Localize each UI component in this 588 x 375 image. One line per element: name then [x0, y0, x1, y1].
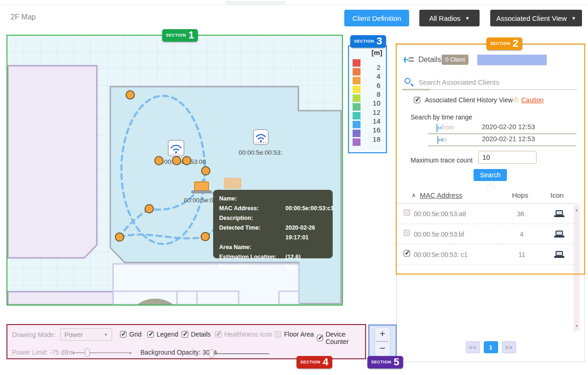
- device-counter-toggle[interactable]: Device Counter: [317, 331, 365, 345]
- ap-icon-1[interactable]: [168, 140, 184, 156]
- zoom-out-button[interactable]: −: [375, 343, 390, 355]
- calendar-icon[interactable]: [437, 136, 438, 144]
- time-range-label: Search by time range: [411, 113, 472, 121]
- table-scrollbar[interactable]: ▲ ▼: [574, 205, 580, 331]
- column-header-icon[interactable]: Icon: [550, 191, 563, 199]
- column-header-mac[interactable]: MAC Address: [420, 191, 462, 199]
- table-row[interactable]: 00:00:5e:00:53:a8 36: [397, 204, 574, 224]
- all-radios-dropdown[interactable]: All Radios ▼: [419, 10, 480, 26]
- to-label: to: [441, 136, 447, 143]
- to-datetime-input[interactable]: 2020-02-21 12:53: [482, 135, 535, 143]
- section-5-badge: SECTION5: [367, 356, 403, 369]
- row-checkbox[interactable]: [404, 250, 410, 256]
- drawing-mode-label: Drawing Mode:: [12, 331, 56, 338]
- legend-ticks: 2 4 6 8 10 12 14 16 18: [367, 63, 380, 144]
- grid-toggle[interactable]: Grid: [120, 331, 141, 338]
- badge-word: SECTION: [300, 360, 321, 364]
- trace-point[interactable]: [172, 156, 181, 165]
- legend-swatch: [353, 94, 360, 102]
- ap-icon-2[interactable]: [253, 130, 268, 144]
- floor-area-checkbox[interactable]: [275, 331, 281, 338]
- laptop-icon: [554, 231, 564, 238]
- table-row[interactable]: 00:00:5e:00:53: c1 11: [397, 244, 574, 265]
- details-toggle[interactable]: Details: [182, 331, 211, 338]
- scroll-up-icon[interactable]: ▲: [574, 208, 580, 212]
- row-checkbox[interactable]: [404, 230, 410, 236]
- legend-tick: 4: [367, 72, 380, 81]
- back-collapse-icon[interactable]: [403, 55, 414, 64]
- caution-link[interactable]: Caution: [521, 96, 544, 104]
- legend-tick: 2: [367, 63, 380, 72]
- search-button[interactable]: Search: [474, 169, 507, 181]
- top-strip-decoration: [226, 1, 286, 5]
- legend-toggle[interactable]: Legend: [147, 331, 178, 338]
- floor-area-label: Floor Area: [284, 331, 314, 338]
- slider-tip-right-icon: ►: [129, 350, 133, 355]
- history-view-checkbox[interactable]: [414, 97, 420, 103]
- from-datetime-input[interactable]: 2020-02-20 12:53: [482, 123, 535, 131]
- search-clients-input[interactable]: Search Associated Clients: [418, 78, 499, 86]
- max-trace-input[interactable]: 10: [478, 151, 537, 164]
- tooltip-label: Estimation Location:: [219, 252, 285, 262]
- trace-point[interactable]: [115, 233, 124, 241]
- zoom-widget: + −: [374, 327, 391, 356]
- tooltip-label: Area Name:: [219, 243, 285, 252]
- row-checkbox[interactable]: [404, 209, 410, 216]
- legend-checkbox[interactable]: [147, 331, 154, 338]
- table-row[interactable]: 00:00:5e:00:53:bf 4: [397, 224, 574, 244]
- laptop-icon: [554, 210, 564, 217]
- grid-checkbox[interactable]: [120, 331, 126, 338]
- floor-area-toggle[interactable]: Floor Area: [275, 331, 314, 338]
- pagination-page-1[interactable]: 1: [484, 341, 498, 353]
- client-laptop-icon[interactable]: [191, 182, 212, 193]
- room-bottom-left: [8, 292, 124, 305]
- details-checkbox[interactable]: [182, 331, 188, 338]
- max-trace-label: Maximum trace count: [411, 156, 473, 164]
- row-hops: 4: [520, 231, 524, 238]
- badge-word: SECTION: [166, 33, 186, 38]
- associated-client-view-dropdown[interactable]: Associated Client View ▼: [490, 10, 582, 26]
- badge-number: 1: [189, 30, 194, 40]
- trace-point[interactable]: [202, 167, 210, 175]
- background-opacity-slider[interactable]: [210, 353, 269, 354]
- floor-map-canvas[interactable]: 00:00:5e:00:53:00 00:00:5e:00:53: 00:00:…: [6, 35, 343, 306]
- sort-asc-icon[interactable]: ∧: [411, 192, 416, 199]
- mac-table: 00:00:5e:00:53:a8 36 00:00:5e:00:53:bf 4…: [397, 204, 574, 265]
- from-underline: [428, 133, 576, 134]
- area-marker: [224, 178, 241, 188]
- trace-point[interactable]: [201, 232, 209, 241]
- chevron-down-icon: ▼: [104, 332, 108, 337]
- legend-swatch: [353, 121, 360, 128]
- trace-point[interactable]: [155, 156, 163, 165]
- pagination-prev-button[interactable]: <<: [466, 341, 480, 353]
- trace-point[interactable]: [145, 205, 153, 213]
- zoom-controls: + −: [368, 325, 397, 359]
- associated-client-view-label: Associated Client View: [496, 14, 567, 22]
- trace-point[interactable]: [126, 91, 134, 99]
- legend-swatch: [353, 68, 360, 75]
- badge-number: 3: [377, 36, 382, 46]
- column-header-hops[interactable]: Hops: [512, 191, 528, 199]
- legend-tick: 18: [367, 134, 380, 143]
- pagination-next-button[interactable]: >>: [502, 341, 516, 353]
- tooltip-label: Description:: [219, 213, 285, 223]
- ap2-label: 00:00:5e:00:53:: [239, 149, 282, 156]
- tooltip-value: (12,6): [285, 252, 327, 262]
- power-limit-slider[interactable]: ◄ ►: [75, 352, 129, 353]
- legend-swatches: [353, 59, 360, 147]
- badge-word: SECTION: [371, 360, 392, 364]
- legend-tick: 8: [367, 90, 380, 99]
- power-limit-slider-thumb[interactable]: [85, 348, 90, 357]
- trace-point[interactable]: [183, 156, 191, 165]
- calendar-icon[interactable]: [436, 124, 437, 132]
- drawing-mode-select[interactable]: Power ▼: [60, 328, 112, 341]
- zoom-in-button[interactable]: +: [375, 327, 390, 340]
- search-button-label: Search: [480, 171, 500, 179]
- background-opacity-slider-thumb[interactable]: [209, 349, 214, 358]
- legend-swatch: [353, 103, 360, 111]
- device-counter-label: Device Counter: [326, 331, 365, 345]
- client-definition-button[interactable]: Client Definition: [344, 10, 409, 26]
- device-counter-checkbox[interactable]: [317, 335, 323, 341]
- selected-client-highlight[interactable]: [477, 55, 547, 65]
- scroll-down-icon[interactable]: ▼: [574, 324, 580, 328]
